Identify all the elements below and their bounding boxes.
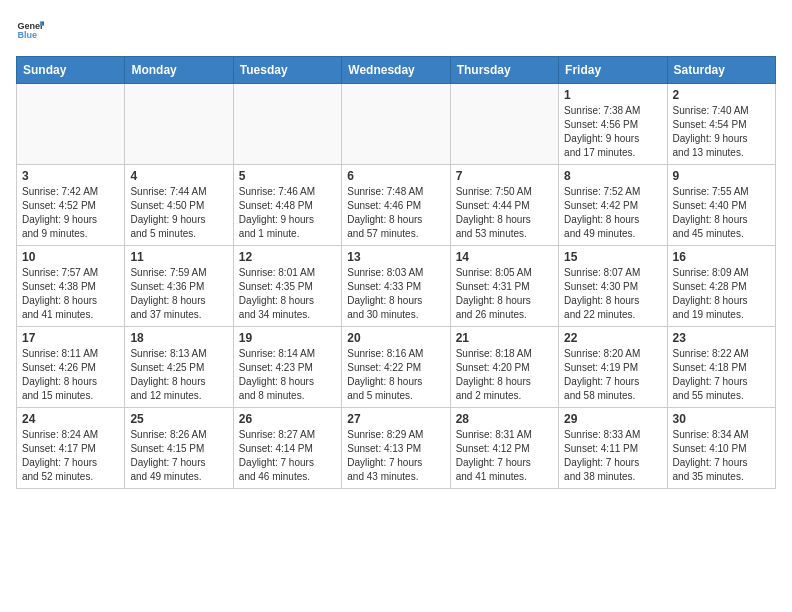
calendar-day-cell: 29Sunrise: 8:33 AM Sunset: 4:11 PM Dayli… <box>559 408 667 489</box>
day-number: 28 <box>456 412 553 426</box>
calendar-week-row: 1Sunrise: 7:38 AM Sunset: 4:56 PM Daylig… <box>17 84 776 165</box>
calendar-day-cell: 20Sunrise: 8:16 AM Sunset: 4:22 PM Dayli… <box>342 327 450 408</box>
day-number: 3 <box>22 169 119 183</box>
calendar-day-cell: 4Sunrise: 7:44 AM Sunset: 4:50 PM Daylig… <box>125 165 233 246</box>
calendar-day-cell <box>450 84 558 165</box>
day-info: Sunrise: 8:26 AM Sunset: 4:15 PM Dayligh… <box>130 428 227 484</box>
day-info: Sunrise: 7:44 AM Sunset: 4:50 PM Dayligh… <box>130 185 227 241</box>
calendar-day-cell: 6Sunrise: 7:48 AM Sunset: 4:46 PM Daylig… <box>342 165 450 246</box>
calendar-table: SundayMondayTuesdayWednesdayThursdayFrid… <box>16 56 776 489</box>
day-info: Sunrise: 8:14 AM Sunset: 4:23 PM Dayligh… <box>239 347 336 403</box>
svg-text:Blue: Blue <box>17 30 37 40</box>
calendar-day-cell: 30Sunrise: 8:34 AM Sunset: 4:10 PM Dayli… <box>667 408 775 489</box>
calendar-day-cell <box>233 84 341 165</box>
day-number: 15 <box>564 250 661 264</box>
calendar-day-cell: 2Sunrise: 7:40 AM Sunset: 4:54 PM Daylig… <box>667 84 775 165</box>
calendar-day-cell: 15Sunrise: 8:07 AM Sunset: 4:30 PM Dayli… <box>559 246 667 327</box>
day-number: 23 <box>673 331 770 345</box>
day-info: Sunrise: 8:24 AM Sunset: 4:17 PM Dayligh… <box>22 428 119 484</box>
calendar-day-cell: 12Sunrise: 8:01 AM Sunset: 4:35 PM Dayli… <box>233 246 341 327</box>
day-number: 10 <box>22 250 119 264</box>
day-number: 18 <box>130 331 227 345</box>
day-number: 20 <box>347 331 444 345</box>
day-info: Sunrise: 7:55 AM Sunset: 4:40 PM Dayligh… <box>673 185 770 241</box>
weekday-header-sunday: Sunday <box>17 57 125 84</box>
day-number: 6 <box>347 169 444 183</box>
calendar-day-cell: 9Sunrise: 7:55 AM Sunset: 4:40 PM Daylig… <box>667 165 775 246</box>
calendar-week-row: 17Sunrise: 8:11 AM Sunset: 4:26 PM Dayli… <box>17 327 776 408</box>
day-info: Sunrise: 8:18 AM Sunset: 4:20 PM Dayligh… <box>456 347 553 403</box>
day-info: Sunrise: 7:48 AM Sunset: 4:46 PM Dayligh… <box>347 185 444 241</box>
day-number: 27 <box>347 412 444 426</box>
calendar-day-cell: 19Sunrise: 8:14 AM Sunset: 4:23 PM Dayli… <box>233 327 341 408</box>
day-info: Sunrise: 7:57 AM Sunset: 4:38 PM Dayligh… <box>22 266 119 322</box>
day-info: Sunrise: 8:31 AM Sunset: 4:12 PM Dayligh… <box>456 428 553 484</box>
calendar-day-cell: 28Sunrise: 8:31 AM Sunset: 4:12 PM Dayli… <box>450 408 558 489</box>
weekday-header-tuesday: Tuesday <box>233 57 341 84</box>
calendar-day-cell <box>342 84 450 165</box>
calendar-day-cell: 22Sunrise: 8:20 AM Sunset: 4:19 PM Dayli… <box>559 327 667 408</box>
day-number: 11 <box>130 250 227 264</box>
day-info: Sunrise: 8:16 AM Sunset: 4:22 PM Dayligh… <box>347 347 444 403</box>
day-info: Sunrise: 8:11 AM Sunset: 4:26 PM Dayligh… <box>22 347 119 403</box>
calendar-day-cell: 17Sunrise: 8:11 AM Sunset: 4:26 PM Dayli… <box>17 327 125 408</box>
day-number: 13 <box>347 250 444 264</box>
calendar-day-cell <box>125 84 233 165</box>
day-number: 21 <box>456 331 553 345</box>
calendar-day-cell: 16Sunrise: 8:09 AM Sunset: 4:28 PM Dayli… <box>667 246 775 327</box>
weekday-header-saturday: Saturday <box>667 57 775 84</box>
calendar-day-cell: 1Sunrise: 7:38 AM Sunset: 4:56 PM Daylig… <box>559 84 667 165</box>
day-info: Sunrise: 7:59 AM Sunset: 4:36 PM Dayligh… <box>130 266 227 322</box>
logo-icon: General Blue <box>16 16 44 44</box>
day-number: 5 <box>239 169 336 183</box>
day-number: 9 <box>673 169 770 183</box>
calendar-day-cell: 21Sunrise: 8:18 AM Sunset: 4:20 PM Dayli… <box>450 327 558 408</box>
page-header: General Blue <box>16 16 776 44</box>
day-number: 4 <box>130 169 227 183</box>
weekday-header-thursday: Thursday <box>450 57 558 84</box>
day-info: Sunrise: 8:22 AM Sunset: 4:18 PM Dayligh… <box>673 347 770 403</box>
calendar-day-cell <box>17 84 125 165</box>
day-info: Sunrise: 8:09 AM Sunset: 4:28 PM Dayligh… <box>673 266 770 322</box>
calendar-day-cell: 11Sunrise: 7:59 AM Sunset: 4:36 PM Dayli… <box>125 246 233 327</box>
day-info: Sunrise: 8:01 AM Sunset: 4:35 PM Dayligh… <box>239 266 336 322</box>
day-number: 24 <box>22 412 119 426</box>
day-number: 12 <box>239 250 336 264</box>
calendar-day-cell: 5Sunrise: 7:46 AM Sunset: 4:48 PM Daylig… <box>233 165 341 246</box>
calendar-day-cell: 3Sunrise: 7:42 AM Sunset: 4:52 PM Daylig… <box>17 165 125 246</box>
day-info: Sunrise: 8:07 AM Sunset: 4:30 PM Dayligh… <box>564 266 661 322</box>
calendar-header-row: SundayMondayTuesdayWednesdayThursdayFrid… <box>17 57 776 84</box>
day-number: 29 <box>564 412 661 426</box>
day-number: 30 <box>673 412 770 426</box>
day-info: Sunrise: 7:50 AM Sunset: 4:44 PM Dayligh… <box>456 185 553 241</box>
weekday-header-monday: Monday <box>125 57 233 84</box>
calendar-day-cell: 24Sunrise: 8:24 AM Sunset: 4:17 PM Dayli… <box>17 408 125 489</box>
calendar-day-cell: 13Sunrise: 8:03 AM Sunset: 4:33 PM Dayli… <box>342 246 450 327</box>
logo: General Blue <box>16 16 48 44</box>
calendar-day-cell: 18Sunrise: 8:13 AM Sunset: 4:25 PM Dayli… <box>125 327 233 408</box>
day-info: Sunrise: 8:13 AM Sunset: 4:25 PM Dayligh… <box>130 347 227 403</box>
calendar-week-row: 3Sunrise: 7:42 AM Sunset: 4:52 PM Daylig… <box>17 165 776 246</box>
day-info: Sunrise: 8:34 AM Sunset: 4:10 PM Dayligh… <box>673 428 770 484</box>
day-info: Sunrise: 8:20 AM Sunset: 4:19 PM Dayligh… <box>564 347 661 403</box>
day-number: 26 <box>239 412 336 426</box>
day-info: Sunrise: 7:38 AM Sunset: 4:56 PM Dayligh… <box>564 104 661 160</box>
day-info: Sunrise: 8:03 AM Sunset: 4:33 PM Dayligh… <box>347 266 444 322</box>
day-info: Sunrise: 7:42 AM Sunset: 4:52 PM Dayligh… <box>22 185 119 241</box>
day-number: 22 <box>564 331 661 345</box>
day-info: Sunrise: 8:27 AM Sunset: 4:14 PM Dayligh… <box>239 428 336 484</box>
day-number: 17 <box>22 331 119 345</box>
calendar-day-cell: 23Sunrise: 8:22 AM Sunset: 4:18 PM Dayli… <box>667 327 775 408</box>
day-info: Sunrise: 7:46 AM Sunset: 4:48 PM Dayligh… <box>239 185 336 241</box>
calendar-week-row: 24Sunrise: 8:24 AM Sunset: 4:17 PM Dayli… <box>17 408 776 489</box>
calendar-day-cell: 8Sunrise: 7:52 AM Sunset: 4:42 PM Daylig… <box>559 165 667 246</box>
day-info: Sunrise: 8:33 AM Sunset: 4:11 PM Dayligh… <box>564 428 661 484</box>
day-number: 2 <box>673 88 770 102</box>
day-info: Sunrise: 7:40 AM Sunset: 4:54 PM Dayligh… <box>673 104 770 160</box>
day-number: 25 <box>130 412 227 426</box>
day-info: Sunrise: 8:29 AM Sunset: 4:13 PM Dayligh… <box>347 428 444 484</box>
day-info: Sunrise: 7:52 AM Sunset: 4:42 PM Dayligh… <box>564 185 661 241</box>
day-number: 1 <box>564 88 661 102</box>
calendar-day-cell: 26Sunrise: 8:27 AM Sunset: 4:14 PM Dayli… <box>233 408 341 489</box>
calendar-day-cell: 14Sunrise: 8:05 AM Sunset: 4:31 PM Dayli… <box>450 246 558 327</box>
